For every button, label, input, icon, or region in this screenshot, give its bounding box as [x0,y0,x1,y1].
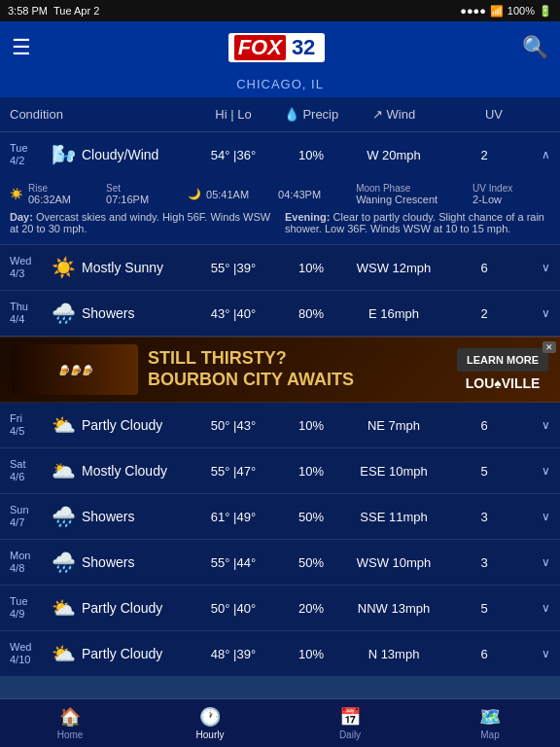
chevron-up-icon-0[interactable]: ∧ [531,148,550,161]
uv-label: UV Index [472,183,512,194]
chevron-down-icon-7[interactable]: ∨ [531,601,550,615]
signal-icon: ●●●● [460,5,486,17]
day-uv-8: 6 [438,647,531,661]
ad-brand: LOU♠VILLE [466,375,541,391]
chevron-down-icon-6[interactable]: ∨ [531,555,550,569]
header-condition: Condition [10,107,194,122]
day-condition-7: Partly Cloudy [78,600,194,616]
calendar-icon: 📅 [339,706,361,728]
day-row-8[interactable]: Wed 4/10 ⛅ Partly Cloudy 48° |39° 10% N … [0,631,560,677]
day-wind-8: N 13mph [350,647,438,661]
day-wind-3: NE 7mph [350,418,438,433]
menu-icon[interactable]: ☰ [12,35,31,60]
day-precip-1: 10% [272,261,350,275]
day-uv-1: 6 [438,261,531,275]
day-date-8: Wed 4/10 [10,641,49,666]
map-icon: 🗺️ [479,706,501,728]
day-date-7: Tue 4/9 [10,595,49,621]
day-icon-6: 🌧️ [49,551,78,574]
forecast-scroll-area[interactable]: Tue 4/2 🌬️ Cloudy/Wind 54° |36° 10% W 20… [0,132,560,698]
day-condition-8: Partly Cloudy [78,646,194,661]
search-icon[interactable]: 🔍 [522,35,548,60]
day-uv-7: 5 [438,601,531,616]
nav-map[interactable]: 🗺️ Map [420,699,560,747]
day-row-5[interactable]: Sun 4/7 🌧️ Showers 61° |49° 50% SSE 11mp… [0,494,560,540]
chevron-down-icon-2[interactable]: ∨ [531,306,550,320]
moon-set-time: 04:43PM [278,189,321,200]
day-icon-1: ☀️ [49,256,78,279]
day-icon-5: 🌧️ [49,505,78,528]
status-bar: 3:58 PM Tue Apr 2 ●●●● 📶 100% 🔋 [0,0,560,21]
day-wind-6: WSW 10mph [350,555,438,570]
ad-learn-more-button[interactable]: LEARN MORE [457,348,548,372]
nav-hourly[interactable]: 🕐 Hourly [140,699,280,747]
nav-map-label: Map [480,729,499,740]
day-precip-8: 10% [272,647,350,661]
clock-icon: 🕐 [199,706,221,728]
day-icon-3: ⛅ [49,413,78,437]
day-hilo-5: 61° |49° [194,510,272,524]
home-icon: 🏠 [59,706,81,728]
day-date-3: Fri 4/5 [10,412,49,438]
day-hilo-8: 48° |39° [194,647,272,661]
header-precip: 💧 Precip [272,107,350,122]
day-row-3[interactable]: Fri 4/5 ⛅ Partly Cloudy 50° |43° 10% NE … [0,403,560,448]
day-wind-2: E 16mph [350,306,438,321]
nav-daily[interactable]: 📅 Daily [280,699,420,747]
day-row-1[interactable]: Wed 4/3 ☀️ Mostly Sunny 55° |39° 10% WSW… [0,245,560,291]
day-hilo-0: 54° |36° [194,148,272,162]
day-row-2[interactable]: Thu 4/4 🌧️ Showers 43° |40° 80% E 16mph … [0,291,560,337]
moon-phase-name: Waning Crescent [356,194,438,205]
nav-home[interactable]: 🏠 Home [0,699,140,747]
day-wind-5: SSE 11mph [350,510,438,524]
app-header: ☰ FOX 32 🔍 [0,21,560,74]
day-uv-3: 6 [438,418,531,433]
header-wind: ↗ Wind [350,107,438,122]
day-precip-5: 50% [272,510,350,524]
day-hilo-1: 55° |39° [194,261,272,275]
day-uv-6: 3 [438,555,531,570]
bottom-navigation: 🏠 Home 🕐 Hourly 📅 Daily 🗺️ Map [0,698,560,747]
day-row-7[interactable]: Tue 4/9 ⛅ Partly Cloudy 50° |40° 20% NNW… [0,586,560,631]
day-wind-1: WSW 12mph [350,261,438,275]
day-wind-7: NNW 13mph [350,601,438,616]
rise-label: Rise [28,183,71,194]
status-time: 3:58 PM [8,5,48,17]
sun-icon: ☀️ [10,188,23,200]
chevron-down-icon-3[interactable]: ∨ [531,418,550,432]
day-forecast-text: Day: Overcast skies and windy. High 56F.… [10,211,275,234]
day-condition-1: Mostly Sunny [78,260,194,275]
nav-hourly-label: Hourly [196,729,225,740]
day-hilo-2: 43° |40° [194,306,272,321]
day-row-6[interactable]: Mon 4/8 🌧️ Showers 55° |44° 50% WSW 10mp… [0,540,560,586]
ad-banner[interactable]: 🍺🍺🍺 STILL THIRSTY? BOURBON CITY AWAITS L… [0,337,560,403]
chevron-down-icon-5[interactable]: ∨ [531,510,550,523]
day-icon-4: 🌥️ [49,459,78,482]
day-row-4[interactable]: Sat 4/6 🌥️ Mostly Cloudy 55° |47° 10% ES… [0,448,560,494]
day-condition-4: Mostly Cloudy [78,463,194,479]
chevron-down-icon-4[interactable]: ∨ [531,464,550,478]
day-uv-5: 3 [438,510,531,524]
moon-rise-icon: 🌙 [188,188,201,200]
day-wind-4: ESE 10mph [350,464,438,479]
day-date-1: Wed 4/3 [10,255,49,280]
chevron-down-icon-8[interactable]: ∨ [531,647,550,660]
moon-rise-time: 05:41AM [206,189,249,200]
day-precip-2: 80% [272,306,350,321]
wifi-icon: 📶 [490,5,504,18]
location-bar: CHICAGO, IL [0,74,560,97]
battery-icon: 🔋 [539,5,552,18]
day-icon-7: ⛅ [49,596,78,620]
day-row-0[interactable]: Tue 4/2 🌬️ Cloudy/Wind 54° |36° 10% W 20… [0,132,560,245]
channel-number: 32 [288,35,319,60]
header-uv: UV [438,107,550,122]
ad-close-badge[interactable]: ✕ [542,341,556,353]
day-precip-3: 10% [272,418,350,433]
chevron-down-icon-1[interactable]: ∨ [531,261,550,274]
moon-phase-label: Moon Phase [356,183,438,194]
day-date-6: Mon 4/8 [10,550,49,575]
day-precip-4: 10% [272,464,350,479]
day-hilo-3: 50° |43° [194,418,272,433]
rise-time: 06:32AM [28,194,71,205]
forecast-header: Condition Hi | Lo 💧 Precip ↗ Wind UV [0,97,560,132]
